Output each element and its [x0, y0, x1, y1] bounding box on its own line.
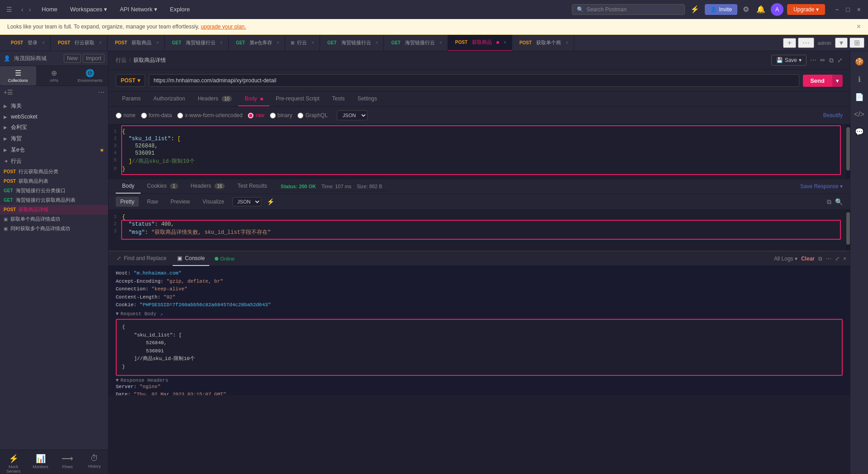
send-button[interactable]: Send	[803, 75, 832, 87]
collection-haiguan[interactable]: ▶ 海关	[0, 100, 108, 112]
sidebar-monitors[interactable]: 📊 Monitors	[27, 450, 54, 474]
option-formdata[interactable]: form-data	[141, 112, 172, 118]
maximize-button[interactable]: ⤢	[837, 57, 843, 64]
new-button[interactable]: New	[64, 54, 81, 63]
copy-console-button[interactable]: ⧉	[818, 256, 822, 262]
response-headers-section[interactable]: ▼ Response Headers	[116, 378, 843, 383]
breadcrumb-parent[interactable]: 行云	[116, 57, 127, 64]
resp-scrollbar-thumb[interactable]	[846, 212, 850, 245]
all-logs-button[interactable]: All Logs ▾	[774, 256, 797, 262]
forward-button[interactable]: ›	[27, 5, 33, 14]
import-button[interactable]: Import	[83, 54, 104, 63]
filter-icon[interactable]: ⚡	[267, 198, 274, 205]
api-network-link[interactable]: API Network ▾	[116, 4, 161, 14]
add-collection-button[interactable]: +	[4, 89, 7, 96]
sidebar-tab-apis[interactable]: ⊕ APIs	[36, 66, 72, 85]
tab-authorization[interactable]: Authorization	[147, 92, 191, 106]
sub-item-products-list[interactable]: POST 获取商品列表	[0, 176, 108, 186]
sub-item-multiple-products[interactable]: ▣ 同时获取多个商品详情成功	[0, 224, 108, 233]
request-body-editor[interactable]: 1 { 2 "sku_id_list": [ 3 526848, 4 53609	[108, 124, 850, 179]
collection-huilipo[interactable]: ▶ 会利宝	[0, 122, 108, 133]
filter-button[interactable]: ☰	[7, 89, 13, 96]
search-bar[interactable]: 🔍 Search Postman	[572, 4, 685, 15]
copy-button[interactable]: ⧉	[829, 57, 834, 64]
sub-item-product-detail[interactable]: POST 获取商品详情	[0, 205, 108, 214]
tab-body[interactable]: Body	[238, 92, 269, 106]
close-button[interactable]: ×	[854, 5, 863, 14]
collection-xingyun[interactable]: ▼ 行云	[0, 156, 108, 167]
tab-login[interactable]: POST 登录 ×	[4, 35, 51, 51]
sub-item-single-product[interactable]: ▣ 获取单个商品详情成功	[0, 214, 108, 224]
warning-close-button[interactable]: ×	[857, 23, 861, 31]
format-pretty[interactable]: Pretty	[116, 197, 139, 207]
json-format-selector[interactable]: JSON XML Text	[337, 110, 368, 120]
collection-websocket[interactable]: ▶ webScoket	[0, 112, 108, 122]
add-tab-button[interactable]: +	[783, 38, 796, 48]
invite-button[interactable]: 👤 Invite	[705, 4, 737, 15]
admin-dropdown[interactable]: ▾	[835, 38, 848, 48]
console-tab-console[interactable]: ▣ Console	[173, 251, 209, 266]
tab-get-single[interactable]: POST 获取单个商 ×	[512, 35, 574, 51]
close-console-button[interactable]: ×	[843, 256, 846, 262]
code-icon[interactable]: </>	[851, 108, 867, 121]
tab-ecang[interactable]: GET 第e仓库存 ×	[229, 35, 286, 51]
upgrade-link[interactable]: upgrade your plan.	[201, 24, 246, 30]
copy-response-button[interactable]: ⧉	[827, 198, 831, 206]
more-options-button[interactable]: ⋯	[810, 57, 816, 64]
resp-tab-tests[interactable]: Test Results	[231, 179, 273, 194]
format-visualize[interactable]: Visualize	[198, 197, 229, 207]
tab-headers[interactable]: Headers 10	[191, 92, 238, 106]
option-raw[interactable]: raw	[248, 112, 264, 118]
option-binary[interactable]: binary	[270, 112, 292, 118]
sidebar-mock-servers[interactable]: ⚡ Mock Servers	[0, 450, 27, 474]
open-console-button[interactable]: ⤢	[835, 256, 840, 262]
menu-button[interactable]: ☰	[5, 5, 14, 14]
resp-tab-headers[interactable]: Headers 16	[184, 179, 231, 194]
settings-icon[interactable]: ⚙	[741, 3, 751, 15]
beautify-button[interactable]: Beautify	[823, 112, 843, 118]
more-tabs-button[interactable]: ⋯	[798, 38, 814, 48]
tab-tests[interactable]: Tests	[326, 92, 351, 106]
sub-item-haimao-categories[interactable]: GET 海贸链接行云分类接口	[0, 186, 108, 195]
tab-pre-request[interactable]: Pre-request Script	[269, 92, 326, 106]
option-urlencoded[interactable]: x-www-form-urlencoded	[177, 112, 242, 118]
sub-item-haimao-products[interactable]: GET 海贸链接行云获取商品列表	[0, 195, 108, 205]
sidebar-history[interactable]: ⏱ History	[81, 450, 108, 474]
back-button[interactable]: ‹	[19, 5, 25, 14]
collection-haimao[interactable]: ▶ 海贸	[0, 133, 108, 144]
resp-tab-cookies[interactable]: Cookies 1	[141, 179, 184, 194]
tab-get-products-active[interactable]: POST 获取商品 ×	[448, 35, 512, 51]
clear-button[interactable]: Clear	[801, 256, 815, 262]
search-response-button[interactable]: 🔍	[835, 198, 843, 205]
tab-params[interactable]: Params	[116, 92, 147, 106]
save-response-button[interactable]: Save Response ▾	[800, 183, 843, 190]
workspaces-link[interactable]: Workspaces ▾	[66, 4, 111, 14]
home-link[interactable]: Home	[38, 4, 61, 14]
tab-haomao-link3[interactable]: GET 海贸链接行云 ×	[384, 35, 448, 51]
sidebar-toggle[interactable]: ⊞	[849, 38, 864, 48]
request-body-section[interactable]: ▼ Request Body ↗	[116, 311, 843, 317]
cookies-icon[interactable]: 🍪	[852, 55, 867, 69]
upgrade-button[interactable]: Upgrade ▾	[787, 4, 825, 15]
info-icon[interactable]: ℹ	[855, 72, 863, 86]
collection-moecang[interactable]: ▶ 某e仓 ★	[0, 144, 108, 156]
explore-link[interactable]: Explore	[166, 4, 193, 14]
tab-xingyun-icon[interactable]: ⊞ 行云 ×	[285, 35, 320, 51]
sync-icon[interactable]: ⚡	[689, 3, 701, 15]
docs-icon[interactable]: 📄	[852, 90, 867, 104]
resp-tab-body[interactable]: Body	[116, 179, 141, 194]
tab-xingyun-get[interactable]: POST 行云获取 ×	[51, 35, 108, 51]
save-button[interactable]: 💾 Save ▾	[771, 55, 807, 66]
sub-item-categories[interactable]: POST 行云获取商品分类	[0, 167, 108, 176]
tab-haomao-link[interactable]: GET 海贸链接行云 ×	[165, 35, 228, 51]
edit-button[interactable]: ✏	[820, 57, 826, 64]
comments-icon[interactable]: 💬	[852, 125, 867, 139]
minimize-button[interactable]: −	[832, 5, 841, 14]
scrollbar-thumb[interactable]	[846, 127, 850, 171]
tab-products[interactable]: POST 获取商品 ×	[108, 35, 165, 51]
option-none[interactable]: none	[116, 112, 136, 118]
resp-json-selector[interactable]: JSON	[232, 197, 261, 206]
format-raw[interactable]: Raw	[142, 197, 162, 207]
sidebar-flows[interactable]: ⟶ Flows	[54, 450, 81, 474]
notifications-icon[interactable]: 🔔	[755, 3, 767, 15]
